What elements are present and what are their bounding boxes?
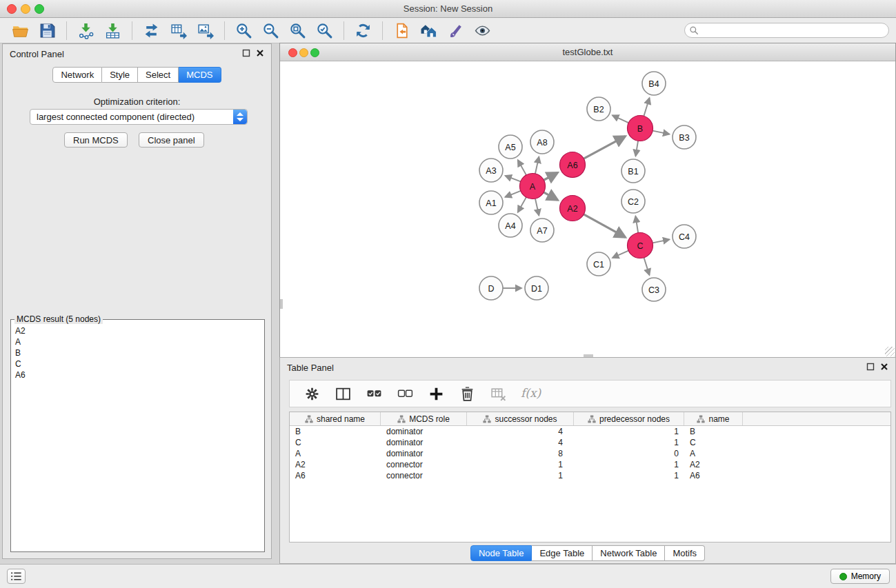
mcds-result-item[interactable]: A (11, 336, 264, 347)
table-row[interactable]: Adominator80A (290, 448, 890, 459)
zoom-in-icon[interactable] (235, 21, 253, 40)
edge-A-A8[interactable] (535, 156, 539, 173)
edge-C-C2[interactable] (635, 216, 638, 233)
node-A5[interactable]: A5 (499, 135, 522, 159)
edge-A-A4[interactable] (518, 197, 526, 212)
node-C4[interactable]: C4 (673, 225, 696, 248)
float-panel-icon[interactable] (242, 49, 250, 57)
zoom-out-icon[interactable] (261, 21, 280, 40)
node-B3[interactable]: B3 (673, 125, 696, 149)
node-D1[interactable]: D1 (525, 276, 548, 300)
table-tab-node-table[interactable]: Node Table (470, 545, 532, 561)
table-tab-network-table[interactable]: Network Table (593, 545, 665, 561)
optimization-criterion-select[interactable]: largest connected component (directed) (30, 109, 248, 125)
network-close-button[interactable] (288, 48, 297, 57)
control-tab-style[interactable]: Style (102, 67, 138, 83)
table-row[interactable]: A6connector11A6 (290, 470, 890, 481)
delete-rows-icon[interactable] (458, 385, 477, 403)
close-panel-icon[interactable] (256, 49, 264, 57)
edge-A-A1[interactable] (505, 191, 520, 197)
add-row-icon[interactable] (427, 385, 446, 403)
node-A8[interactable]: A8 (530, 130, 554, 154)
unselect-all-rows-icon[interactable] (396, 385, 415, 403)
edge-A-A6[interactable] (544, 173, 557, 181)
control-tab-select[interactable]: Select (138, 67, 179, 83)
node-C[interactable]: C (628, 233, 653, 258)
close-panel-button[interactable]: Close panel (139, 132, 204, 148)
task-history-icon[interactable] (7, 569, 26, 584)
node-C3[interactable]: C3 (642, 278, 666, 301)
edge-A-A5[interactable] (518, 160, 526, 175)
mcds-result-item[interactable]: A6 (11, 369, 264, 381)
node-A3[interactable]: A3 (479, 159, 503, 182)
table-tab-edge-table[interactable]: Edge Table (532, 545, 593, 561)
edge-C-C4[interactable] (653, 239, 669, 243)
node-B1[interactable]: B1 (621, 159, 645, 183)
control-tab-network[interactable]: Network (52, 67, 102, 83)
select-all-rows-icon[interactable] (365, 385, 384, 403)
table-settings-icon[interactable] (303, 385, 321, 403)
edge-C-C3[interactable] (644, 258, 650, 275)
node-A4[interactable]: A4 (499, 214, 522, 237)
edge-B-B2[interactable] (613, 115, 628, 123)
mcds-result-item[interactable]: C (11, 358, 264, 369)
function-builder-icon[interactable]: f(x) (520, 392, 541, 395)
open-session-icon[interactable] (11, 21, 30, 40)
export-image-icon[interactable] (196, 21, 215, 40)
node-A2[interactable]: A2 (560, 196, 586, 221)
new-network-from-selection-icon[interactable] (392, 21, 411, 40)
node-B4[interactable]: B4 (642, 72, 666, 95)
node-A1[interactable]: A1 (479, 191, 503, 214)
export-table-icon[interactable] (169, 21, 188, 40)
search-input[interactable] (684, 23, 889, 38)
network-canvas[interactable]: AA6A2BCA5A8A3A1A4A7B4B2B3B1C2C4C1C3DD1 (280, 61, 895, 357)
vertical-scroll-nub[interactable] (280, 299, 283, 309)
node-B[interactable]: B (628, 116, 653, 141)
save-session-icon[interactable] (38, 21, 57, 40)
memory-button[interactable]: Memory (830, 569, 890, 584)
zoom-window-button[interactable] (34, 4, 44, 14)
edge-A2-C[interactable] (584, 214, 625, 237)
node-B2[interactable]: B2 (587, 97, 610, 121)
delete-table-icon[interactable] (489, 385, 508, 403)
minimize-window-button[interactable] (21, 4, 30, 14)
node-D[interactable]: D (479, 276, 503, 300)
network-minimize-button[interactable] (299, 48, 308, 57)
open-network-view-icon[interactable] (419, 21, 438, 40)
node-A7[interactable]: A7 (530, 219, 554, 242)
column-header-name[interactable]: name (684, 412, 743, 425)
table-row[interactable]: Cdominator41C (290, 437, 890, 448)
run-mcds-button[interactable]: Run MCDS (64, 132, 128, 148)
column-header-mcds-role[interactable]: MCDS role (381, 412, 467, 425)
toggle-visibility-icon[interactable] (473, 21, 492, 40)
zoom-fit-icon[interactable] (288, 21, 307, 40)
refresh-layout-icon[interactable] (354, 21, 372, 40)
control-tab-mcds[interactable]: MCDS (179, 67, 221, 83)
node-C1[interactable]: C1 (587, 252, 610, 276)
insert-column-icon[interactable] (334, 385, 352, 403)
column-header-successor-nodes[interactable]: successor nodes (467, 412, 574, 425)
show-graphics-details-icon[interactable] (446, 21, 465, 40)
mcds-result-item[interactable]: B (11, 347, 264, 358)
close-window-button[interactable] (7, 4, 17, 14)
edge-A-A2[interactable] (544, 192, 557, 200)
table-close-panel-icon[interactable] (880, 363, 888, 371)
edge-A6-B[interactable] (584, 136, 625, 159)
import-network-from-file-icon[interactable] (77, 21, 95, 40)
edge-A-A3[interactable] (506, 176, 521, 182)
table-float-panel-icon[interactable] (866, 363, 875, 371)
mcds-result-item[interactable]: A2 (11, 325, 264, 336)
node-C2[interactable]: C2 (621, 190, 645, 213)
edge-B-B4[interactable] (644, 98, 649, 116)
edge-B-B3[interactable] (653, 131, 669, 134)
table-row[interactable]: Bdominator41B (290, 426, 890, 437)
export-network-icon[interactable] (142, 21, 161, 40)
edge-C-C1[interactable] (613, 251, 628, 258)
edge-B-B1[interactable] (636, 141, 639, 156)
node-A[interactable]: A (520, 174, 546, 199)
zoom-selected-icon[interactable] (315, 21, 334, 40)
node-A6[interactable]: A6 (560, 152, 586, 178)
network-zoom-button[interactable] (310, 48, 319, 57)
import-table-from-file-icon[interactable] (103, 21, 122, 40)
table-row[interactable]: A2connector11A2 (290, 459, 890, 470)
